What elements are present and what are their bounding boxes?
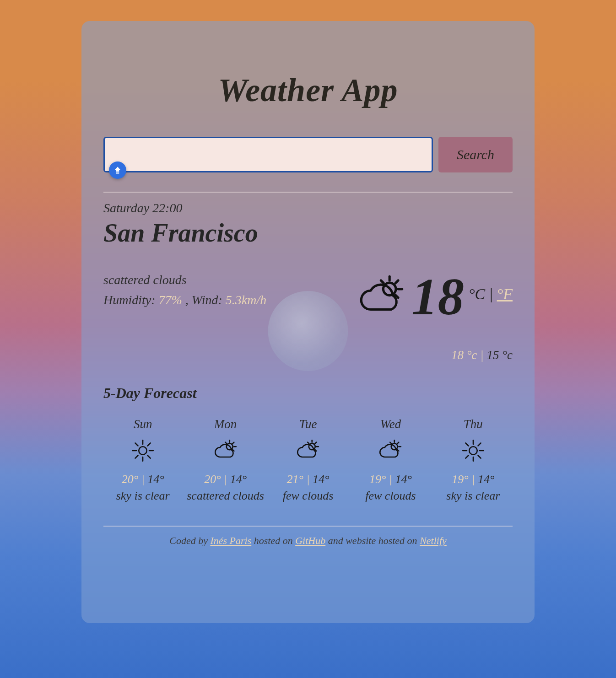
forecast-day-temps: 21° | 14° [269, 473, 347, 486]
forecast-separator: | [306, 473, 313, 486]
footer-text: and website hosted on [325, 535, 420, 546]
current-temp: 18 [411, 270, 464, 323]
divider [103, 526, 513, 527]
forecast-day-icon [186, 438, 265, 463]
humidity-label: Humidity: [103, 293, 159, 307]
search-row: Search [103, 137, 513, 172]
wind-value: 5.3km/h [226, 293, 266, 307]
humidity-value: 77% [159, 293, 182, 307]
forecast-day-temps: 20° | 14° [186, 473, 265, 486]
wind-label: , Wind: [182, 293, 226, 307]
unit-celsius[interactable]: °C [469, 285, 485, 303]
forecast-separator: | [389, 473, 395, 486]
forecast-description: few clouds [269, 489, 347, 503]
footer: Coded by Inés Paris hosted on GitHub and… [103, 535, 513, 547]
current-datetime: Saturday 22:00 [103, 201, 513, 215]
caps-lock-indicator-icon [109, 161, 126, 179]
current-temp-block: 18 °C | °F 18 °c | 15 °c [357, 270, 513, 362]
forecast-heading: 5-Day Forecast [103, 385, 513, 402]
forecast-high: 20° [204, 473, 221, 486]
forecast-row: Sun 20° | 14° sky is clear Mon 20° | 14°… [103, 417, 513, 503]
forecast-day-name: Mon [186, 417, 265, 431]
forecast-separator: | [471, 473, 478, 486]
forecast-day-icon [351, 438, 430, 463]
app-title: Weather App [103, 71, 513, 109]
background-moon-icon [268, 291, 348, 371]
forecast-low: 14° [230, 473, 247, 486]
forecast-day: Sun 20° | 14° sky is clear [103, 417, 182, 503]
forecast-day-temps: 19° | 14° [434, 473, 513, 486]
forecast-day: Mon 20° | 14° scattered clouds [186, 417, 265, 503]
current-city: San Francisco [103, 218, 513, 248]
current-high-low: 18 °c | 15 °c [357, 348, 513, 362]
divider [103, 192, 513, 193]
current-high: 18 °c [451, 348, 477, 362]
weather-card: Weather App Search Saturday 22:00 San Fr… [81, 21, 535, 623]
current-humidity-wind: Humidity: 77% , Wind: 5.3km/h [103, 291, 266, 310]
forecast-high: 19° [369, 473, 386, 486]
current-low: 15 °c [486, 348, 513, 362]
forecast-day-name: Tue [269, 417, 347, 431]
forecast-day: Thu 19° | 14° sky is clear [434, 417, 513, 503]
unit-separator: | [489, 285, 493, 303]
forecast-day-name: Wed [351, 417, 430, 431]
forecast-day: Wed 19° | 14° few clouds [351, 417, 430, 503]
forecast-day-name: Thu [434, 417, 513, 431]
forecast-low: 14° [395, 473, 412, 486]
current-description: scattered clouds [103, 270, 266, 290]
forecast-separator: | [224, 473, 230, 486]
netlify-link[interactable]: Netlify [420, 535, 447, 546]
forecast-day: Tue 21° | 14° few clouds [269, 417, 347, 503]
forecast-description: few clouds [351, 489, 430, 503]
forecast-description: sky is clear [103, 489, 182, 503]
unit-fahrenheit[interactable]: °F [497, 285, 513, 303]
forecast-low: 14° [478, 473, 494, 486]
github-link[interactable]: GitHub [295, 535, 325, 546]
forecast-high: 21° [287, 473, 303, 486]
forecast-low: 14° [313, 473, 329, 486]
footer-text: hosted on [251, 535, 295, 546]
forecast-low: 14° [147, 473, 164, 486]
author-link[interactable]: Inés Paris [210, 535, 251, 546]
current-weather-row: scattered clouds Humidity: 77% , Wind: 5… [103, 270, 513, 366]
forecast-day-name: Sun [103, 417, 182, 431]
forecast-high: 20° [122, 473, 138, 486]
forecast-description: sky is clear [434, 489, 513, 503]
forecast-day-temps: 20° | 14° [103, 473, 182, 486]
forecast-description: scattered clouds [186, 489, 265, 503]
city-search-input[interactable] [103, 137, 433, 172]
forecast-day-icon [103, 438, 182, 463]
forecast-day-temps: 19° | 14° [351, 473, 430, 486]
footer-text: Coded by [169, 535, 210, 546]
current-weather-icon [357, 272, 407, 322]
forecast-high: 19° [452, 473, 468, 486]
current-details: scattered clouds Humidity: 77% , Wind: 5… [103, 270, 266, 310]
forecast-day-icon [269, 438, 347, 463]
forecast-day-icon [434, 438, 513, 463]
forecast-separator: | [141, 473, 148, 486]
high-low-separator: | [477, 348, 487, 362]
search-button[interactable]: Search [438, 137, 513, 172]
